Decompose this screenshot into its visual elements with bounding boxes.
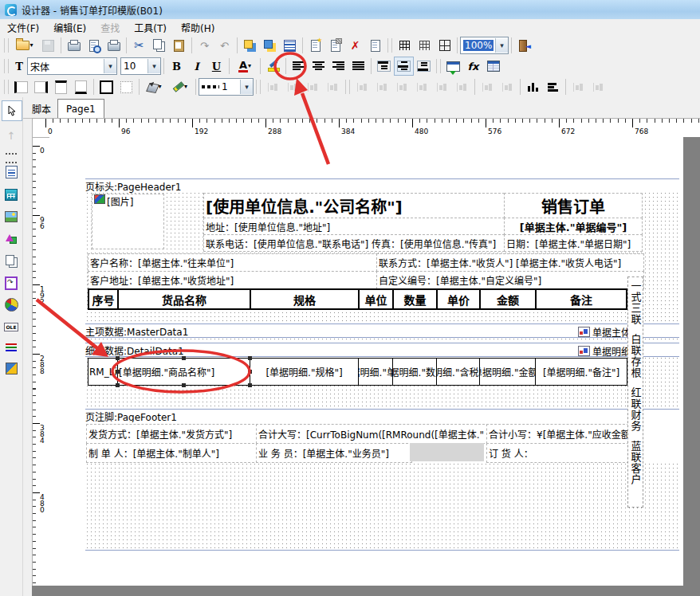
masterdata-dataset-tag[interactable]: 单据主体 xyxy=(578,325,627,339)
doc-no-cell[interactable]: [单据主体."单据编号"] xyxy=(504,218,643,235)
border-top-button[interactable] xyxy=(51,77,71,96)
copy-button[interactable] xyxy=(149,36,169,55)
maker-cell[interactable]: 制 单 人：[单据主体."制单人"] xyxy=(86,443,258,463)
zoom-dropdown-icon[interactable]: ▾ xyxy=(495,38,508,53)
lines-tool[interactable] xyxy=(2,337,21,356)
selection-handle[interactable] xyxy=(182,383,186,387)
font-name-dropdown-icon[interactable]: ▾ xyxy=(104,59,116,73)
selection-handle[interactable] xyxy=(116,370,120,374)
total-caps-cell[interactable]: 合计大写：[CurrToBigNum([RMRound([单据主体." xyxy=(256,424,489,444)
border-all-button[interactable] xyxy=(96,77,116,96)
font-color-button[interactable]: A ▾ xyxy=(232,57,258,76)
col-header[interactable]: 序号 xyxy=(89,290,119,308)
valign-top-button[interactable] xyxy=(374,57,394,76)
line-color-button[interactable]: ▾ xyxy=(167,77,193,96)
contact-cell[interactable]: 联系方式：[单据主体."收货人"] [单据主体."收货人电话"] xyxy=(376,253,644,272)
picture-tool[interactable] xyxy=(2,207,21,226)
orderer-cell[interactable]: 订 货 人： xyxy=(486,443,633,463)
zoom-combo[interactable]: 100% ▾ xyxy=(460,37,509,54)
subreport-tool[interactable] xyxy=(2,273,21,292)
customer-addr-cell[interactable]: 客户地址：[单据主体."收货地址"] xyxy=(88,271,378,289)
formula-button[interactable]: fx xyxy=(463,57,483,76)
shape-tool[interactable] xyxy=(2,229,21,249)
menu-help[interactable]: 帮助(H) xyxy=(174,19,222,36)
delete-page-button[interactable]: ✗ xyxy=(345,36,365,55)
doc-date-cell[interactable]: 日期：[单据主体."单据日期"] xyxy=(504,234,643,252)
band-pageheader-label[interactable]: 页标头:PageHeader1 xyxy=(85,179,679,192)
selection-handle[interactable] xyxy=(182,356,186,360)
same-width-button[interactable] xyxy=(523,77,543,96)
col-header[interactable]: 单位 xyxy=(360,290,394,308)
align-right-button[interactable] xyxy=(328,57,348,76)
memo-tool[interactable] xyxy=(2,252,21,271)
detail-cell-spec[interactable]: [单据明细."规格"] xyxy=(250,359,359,385)
blank-page-button[interactable] xyxy=(365,36,385,55)
col-header[interactable]: 货品名称 xyxy=(119,290,251,308)
selection-handle[interactable] xyxy=(248,356,252,360)
border-left-button[interactable] xyxy=(11,77,31,96)
properties-button[interactable] xyxy=(483,57,503,76)
font-color-dropdown-icon[interactable]: ▾ xyxy=(248,63,251,69)
tab-script[interactable]: 脚本 xyxy=(24,100,59,117)
send-to-back-button[interactable] xyxy=(260,36,280,55)
detail-row[interactable]: RM_Li [单据明细."商品名称"] [单据明细."规格"] [单据明细."单… xyxy=(88,358,627,386)
data-list-button[interactable] xyxy=(280,36,300,55)
detaildata-dataset-tag[interactable]: 单据明细 xyxy=(578,344,627,358)
detail-cell-product-name[interactable]: [单据明细."商品名称"] xyxy=(118,359,250,385)
insert-band-button[interactable] xyxy=(443,57,463,76)
cell-grid-button[interactable] xyxy=(435,36,454,55)
line-style-combo[interactable]: 1 ▾ xyxy=(199,78,254,96)
show-grid-button[interactable] xyxy=(395,36,415,55)
customer-name-cell[interactable]: 客户名称：[单据主体."往来单位"] xyxy=(88,253,378,272)
line-style-dropdown-icon[interactable]: ▾ xyxy=(240,80,253,94)
print-button[interactable] xyxy=(64,36,84,55)
band-pagefooter-label[interactable]: 页注脚:PageFooter1 xyxy=(85,410,679,422)
align-left-button[interactable] xyxy=(289,57,309,76)
chart-tool[interactable] xyxy=(2,295,21,314)
selection-handle[interactable] xyxy=(248,370,252,374)
font-size-combo[interactable]: 10 ▾ xyxy=(120,57,161,75)
label-tool[interactable] xyxy=(2,163,21,182)
valign-middle-button[interactable] xyxy=(394,57,414,76)
highlight-button[interactable] xyxy=(263,57,283,76)
underline-button[interactable]: U xyxy=(206,57,226,76)
bring-to-front-button[interactable] xyxy=(240,36,260,55)
address-cell[interactable]: 地址：[使用单位信息."地址"] xyxy=(203,218,505,235)
new-template-button[interactable] xyxy=(325,36,345,55)
selection-handle[interactable] xyxy=(248,383,252,387)
align-center-button[interactable] xyxy=(309,57,328,76)
pointer-tool[interactable] xyxy=(2,100,22,121)
border-none-button[interactable] xyxy=(116,77,136,96)
field-tool[interactable] xyxy=(2,185,21,204)
col-header[interactable]: 规格 xyxy=(251,290,360,308)
same-height-button[interactable] xyxy=(543,77,563,96)
detail-cell-price[interactable]: [单据明细."含税单价"] xyxy=(437,359,480,385)
font-name-combo[interactable]: 宋体 ▾ xyxy=(27,57,117,75)
menu-tools[interactable]: 工具(T) xyxy=(127,19,174,36)
detail-cell-remark[interactable]: [单据明细."备注"] xyxy=(536,359,627,385)
open-button[interactable]: ▾ xyxy=(11,36,38,55)
total-num-cell[interactable]: 合计小写：¥[单据主体."应收金额"] xyxy=(486,424,633,444)
paste-button[interactable] xyxy=(169,36,189,55)
company-name-cell[interactable]: [使用单位信息."公司名称"] xyxy=(203,193,505,218)
doc-title-cell[interactable]: 销售订单 xyxy=(504,193,643,218)
logo-picture-cell[interactable]: [图片] xyxy=(92,194,164,249)
bold-button[interactable]: B xyxy=(167,57,187,76)
menu-file[interactable]: 文件(F) xyxy=(0,19,46,36)
detail-cell-unit[interactable]: [单据明细."单位"] xyxy=(359,359,393,385)
ship-method-cell[interactable]: 发货方式：[单据主体."发货方式"] xyxy=(86,424,258,444)
col-header[interactable]: 数量 xyxy=(394,290,438,308)
border-bottom-button[interactable] xyxy=(71,77,91,96)
valign-bottom-button[interactable] xyxy=(414,57,434,76)
detail-cell-lineno[interactable]: RM_Li xyxy=(88,359,118,385)
detail-cell-qty[interactable]: [单据明细."数量"] xyxy=(393,359,437,385)
print-setup-button[interactable] xyxy=(104,36,124,55)
border-right-button[interactable] xyxy=(31,77,51,96)
italic-button[interactable]: I xyxy=(187,57,206,76)
barcode-tool[interactable] xyxy=(2,359,21,378)
copies-strip-cell[interactable]: 一式三联 白联存根 红联财务 蓝联客户 xyxy=(627,276,643,508)
cut-button[interactable]: ✂ xyxy=(129,36,149,55)
table-header-row[interactable]: 序号 货品名称 规格 单位 数量 单价 金额 备注 xyxy=(88,288,627,310)
menu-edit[interactable]: 编辑(E) xyxy=(46,19,93,36)
selection-handle[interactable] xyxy=(116,356,120,360)
